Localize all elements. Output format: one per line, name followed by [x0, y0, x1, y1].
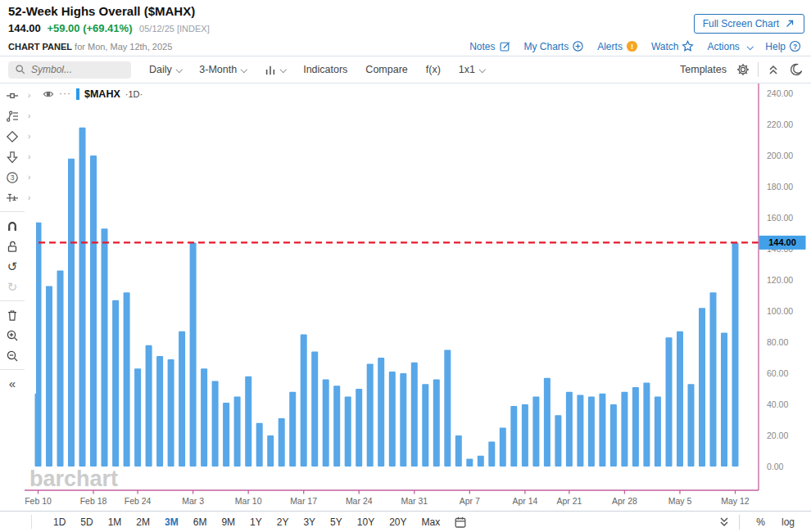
collapse-toolbar-button[interactable]: « [0, 373, 36, 394]
notes-link-label: Notes [469, 41, 495, 52]
divider [0, 211, 25, 212]
collapse-left-icon: « [9, 377, 16, 390]
price-bar [588, 397, 595, 467]
range-buttons: 1D5D1M2M3M6M9M1Y2Y3Y5Y10Y20YMax [46, 514, 447, 530]
x-tick-label: Feb 10 [25, 496, 52, 506]
range-max-button[interactable]: Max [415, 514, 448, 530]
zoom-in-button[interactable] [0, 325, 36, 345]
price-bar [311, 351, 318, 467]
legend-interval[interactable]: ·1D· [125, 89, 143, 99]
collapse-down-icon[interactable] [718, 516, 731, 529]
alerts-link[interactable]: Alerts! [597, 40, 638, 52]
range-1m-button[interactable]: 1M [101, 514, 129, 530]
range-2m-button[interactable]: 2M [129, 514, 157, 530]
actions-link-label: Actions [707, 41, 739, 52]
price-bar [522, 404, 528, 467]
range-20y-button[interactable]: 20Y [382, 514, 414, 530]
percent-scale-toggle[interactable]: % [748, 516, 773, 528]
price-bar [256, 423, 263, 467]
y-tick-label: 100.00 [767, 306, 793, 316]
price-bar [367, 364, 374, 467]
pattern-tool-button[interactable]: › [0, 106, 36, 126]
y-tick-label: 180.00 [767, 182, 793, 192]
symbol-search[interactable] [8, 61, 131, 79]
chart-legend[interactable]: ··· $MAHX ·1D· [43, 88, 143, 100]
y-axis-labels[interactable]: 0.0020.0040.0060.0080.00100.00120.00140.… [767, 88, 793, 471]
dark-mode-moon-icon[interactable] [790, 63, 803, 76]
arrow-tool-button[interactable]: › [0, 147, 36, 167]
x-axis-labels[interactable]: Feb 10Feb 18Feb 24Mar 3Mar 10Mar 17Mar 2… [25, 496, 750, 506]
x-tick-label: May 5 [668, 496, 692, 506]
gear-icon[interactable] [736, 63, 750, 76]
chart-toolbar: Daily 3-Month Indicators Compare f(x) 1x… [0, 56, 811, 83]
range-6m-button[interactable]: 6M [186, 514, 215, 530]
price-bar [699, 308, 705, 467]
trendline-tool-button[interactable]: › [0, 85, 36, 106]
price-bar [201, 368, 207, 467]
divider [739, 515, 740, 530]
templates-button[interactable]: Templates [680, 64, 727, 75]
calendar-icon[interactable] [454, 516, 467, 529]
redo-button[interactable]: ↻ [0, 277, 36, 297]
price-chart[interactable]: barchart0.0020.0040.0060.0080.00100.0012… [0, 83, 811, 511]
watch-link[interactable]: Watch [651, 40, 695, 52]
grid-layout-dropdown[interactable]: 1x1 [459, 64, 485, 75]
price-bar [566, 392, 573, 467]
delete-drawings-button[interactable] [0, 304, 36, 325]
shape-tool-icon [6, 130, 19, 143]
symbol-search-input[interactable] [31, 64, 121, 75]
range-1y-button[interactable]: 1Y [242, 514, 270, 530]
frequency-dropdown[interactable]: Daily [149, 64, 181, 75]
compare-label: Compare [365, 64, 407, 75]
shape-tool-button[interactable]: › [0, 126, 36, 147]
help-link[interactable]: Help? [765, 40, 801, 52]
range-10y-button[interactable]: 10Y [350, 514, 382, 530]
fx-button[interactable]: f(x) [426, 64, 441, 75]
range-1d-button[interactable]: 1D [46, 514, 73, 530]
price-bar [621, 392, 628, 467]
range-5d-button[interactable]: 5D [73, 514, 100, 530]
templates-label: Templates [680, 64, 727, 75]
divider [758, 62, 759, 77]
chevron-down-icon [176, 66, 183, 73]
price-bar [510, 406, 517, 467]
chart-type-dropdown[interactable] [265, 64, 286, 75]
range-3y-button[interactable]: 3Y [296, 514, 323, 530]
period-dropdown[interactable]: 3-Month [199, 64, 246, 75]
price-bar [710, 292, 717, 467]
notes-link[interactable]: Notes [469, 40, 510, 52]
help-icon: ? [789, 40, 801, 52]
elliott-wave-tool-button[interactable]: 3› [0, 167, 36, 187]
price-bar [433, 380, 440, 467]
unlock-tool-icon [6, 240, 19, 253]
elliott-wave-tool-icon: 3 [6, 171, 19, 184]
svg-text:3: 3 [11, 174, 15, 182]
submenu-chevron-icon: › [28, 111, 30, 120]
legend-symbol: $MAHX [84, 88, 120, 100]
watch-link-label: Watch [651, 41, 679, 52]
collapse-up-icon[interactable] [767, 63, 780, 76]
range-5y-button[interactable]: 5Y [323, 514, 350, 530]
eye-icon[interactable] [43, 88, 54, 100]
last-price-axis-value: 144.00 [768, 237, 796, 247]
range-9m-button[interactable]: 9M [214, 514, 242, 530]
range-3m-button[interactable]: 3M [157, 514, 186, 530]
my-charts-link[interactable]: My Charts [524, 40, 585, 52]
x-tick-label: Apr 28 [612, 496, 637, 506]
range-toolbar: 1D5D1M2M3M6M9M1Y2Y3Y5Y10Y20YMax % log [0, 511, 811, 532]
actions-link[interactable]: Actions [707, 41, 752, 52]
zoom-out-button[interactable] [0, 345, 36, 366]
unlock-tool-button[interactable] [0, 236, 36, 256]
undo-button[interactable]: ↺ [0, 256, 36, 277]
compare-button[interactable]: Compare [365, 64, 407, 75]
frequency-label: Daily [149, 64, 172, 75]
log-scale-toggle[interactable]: log [773, 516, 803, 528]
more-options-icon[interactable]: ··· [59, 88, 71, 99]
gann-tool-button[interactable]: › [0, 187, 36, 208]
magnet-tool-button[interactable] [0, 215, 36, 236]
range-2y-button[interactable]: 2Y [270, 514, 297, 530]
full-screen-chart-button[interactable]: Full Screen Chart [694, 14, 804, 34]
price-bar [400, 373, 406, 467]
chevron-down-icon [479, 66, 486, 73]
indicators-button[interactable]: Indicators [303, 64, 347, 75]
